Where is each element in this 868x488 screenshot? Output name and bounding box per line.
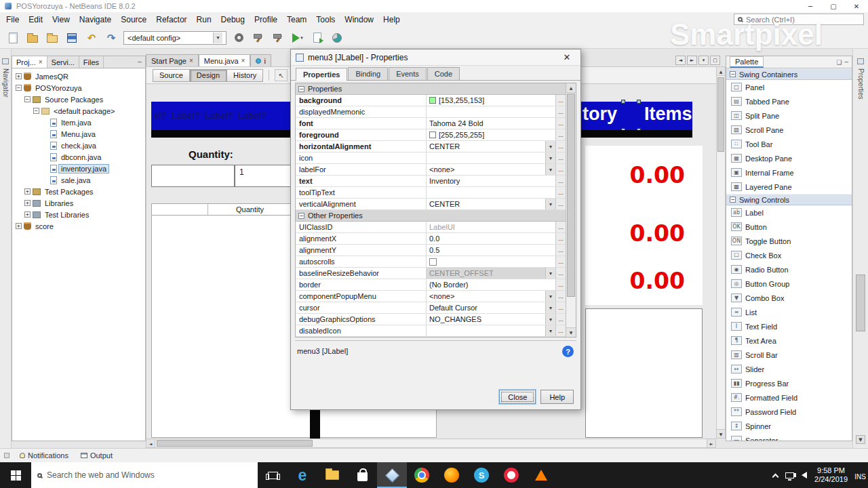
dropdown-arrow-icon[interactable]: ▾ <box>545 199 555 209</box>
scroll-down-icon[interactable]: ▼ <box>856 435 865 444</box>
palette-item-tool-bar[interactable]: ∷Tool Bar <box>726 137 852 151</box>
open-project-button[interactable] <box>45 30 60 46</box>
property-value-debuggraphicsoptions[interactable]: NO_CHANGES▾ <box>427 314 555 325</box>
build-project-button[interactable] <box>251 30 266 46</box>
palette-item-separator[interactable]: —Separator <box>726 433 852 441</box>
palette-item-label[interactable]: abLabel <box>726 205 852 220</box>
property-value-autoscrolls[interactable] <box>427 256 555 267</box>
scroll-thumb[interactable] <box>717 77 724 152</box>
tree-row-inventory-java[interactable]: inventory.java <box>12 163 145 174</box>
property-value-alignmenty[interactable]: 0.5 <box>427 245 555 256</box>
view-button-source[interactable]: Source <box>153 69 190 82</box>
menu-item-window[interactable]: Window <box>340 13 378 26</box>
palette-item-spinner[interactable]: ↕Spinner <box>726 419 852 433</box>
palette-item-button-group[interactable]: ◎Button Group <box>726 277 852 291</box>
ellipsis-button[interactable]: ... <box>555 291 566 302</box>
profile-project-button[interactable] <box>330 30 344 46</box>
dialog-tab-binding[interactable]: Binding <box>348 67 388 80</box>
tree-row-source-packages[interactable]: −Source Packages <box>12 94 145 105</box>
start-button[interactable] <box>0 462 31 488</box>
menu-item-file[interactable]: File <box>1 13 24 26</box>
scroll-down-icon[interactable]: ▼ <box>717 429 725 438</box>
palette-item-check-box[interactable]: ☐Check Box <box>726 248 852 262</box>
palette-item-text-field[interactable]: IText Field <box>726 319 852 333</box>
chrome-taskbar-button[interactable] <box>407 462 437 488</box>
property-section-other-properties[interactable]: −Other Properties <box>296 210 566 222</box>
minimize-panel-icon[interactable]: ─ <box>845 59 848 66</box>
palette-item-password-field[interactable]: **Password Field <box>726 405 852 419</box>
ide-search-box[interactable]: Search (Ctrl+I) <box>734 14 864 25</box>
tree-toggle-icon[interactable]: + <box>16 223 22 229</box>
tree-toggle-icon[interactable]: + <box>16 73 22 79</box>
close-button[interactable]: ✕ <box>845 0 868 12</box>
close-tab-icon[interactable]: × <box>241 57 245 64</box>
store-taskbar-button[interactable] <box>347 462 377 488</box>
ellipsis-button[interactable]: ... <box>555 233 566 244</box>
scroll-thumb[interactable] <box>567 94 575 297</box>
collapse-icon[interactable]: − <box>730 197 736 203</box>
selection-handle[interactable] <box>621 100 625 104</box>
design-list-panel[interactable] <box>585 308 703 438</box>
menu-item-view[interactable]: View <box>47 13 75 26</box>
opera-taskbar-button[interactable] <box>496 462 526 488</box>
save-all-button[interactable] <box>64 30 79 46</box>
item-field[interactable] <box>151 165 235 187</box>
selection-handle[interactable] <box>637 100 641 104</box>
redo-button[interactable]: ↷ <box>104 30 119 46</box>
inventory-label-fragment[interactable]: tory <box>583 104 617 125</box>
property-value-verticalalignment[interactable]: CENTER▾ <box>427 199 555 209</box>
editor-tab-start-page[interactable]: Start Page× <box>146 54 199 66</box>
undo-button[interactable]: ↶ <box>84 30 99 46</box>
menu-item-tools[interactable]: Tools <box>311 13 340 26</box>
minimize-button[interactable]: ─ <box>799 0 822 12</box>
dropdown-arrow-icon[interactable]: ▾ <box>545 141 555 152</box>
property-value-tooltiptext[interactable] <box>427 187 555 198</box>
ellipsis-button[interactable]: ... <box>555 314 566 325</box>
maximize-button[interactable]: ▢ <box>822 0 845 12</box>
scroll-right-icon[interactable]: ► <box>707 439 715 447</box>
property-value-icon[interactable]: ▾ <box>427 152 555 163</box>
dropdown-arrow-icon[interactable]: ▾ <box>545 164 555 175</box>
scroll-left-icon[interactable]: ◄ <box>675 56 686 65</box>
tree-toggle-icon[interactable]: + <box>24 200 31 206</box>
notifications-tab[interactable]: Notifications <box>14 449 75 462</box>
property-value-alignmentx[interactable]: 0.0 <box>427 233 555 244</box>
tree-row-libraries[interactable]: +Libraries <box>12 197 145 209</box>
property-value-disabledicon[interactable]: ▾ <box>427 325 555 336</box>
ellipsis-button[interactable]: ... <box>555 245 566 256</box>
scroll-down-icon[interactable]: ▼ <box>566 327 576 337</box>
ellipsis-button[interactable]: ... <box>555 141 566 152</box>
property-value-cursor[interactable]: Default Cursor▾ <box>427 302 555 313</box>
palette-scroll-thumb[interactable] <box>856 274 865 331</box>
palette-item-progress-bar[interactable]: ▮▮Progress Bar <box>726 376 852 390</box>
menu-item-navigate[interactable]: Navigate <box>75 13 116 26</box>
property-value-foreground[interactable]: [255,255,255] <box>427 129 555 140</box>
tree-toggle-icon[interactable]: + <box>24 188 31 195</box>
tree-toggle-icon[interactable]: − <box>33 108 39 114</box>
property-value-horizontalalignment[interactable]: CENTER▾ <box>427 141 555 152</box>
menu-item-team[interactable]: Team <box>282 13 311 26</box>
scroll-right-icon[interactable]: ► <box>687 56 697 65</box>
tab-services[interactable]: Servi... <box>47 56 79 68</box>
palette-item-scroll-pane[interactable]: ▧Scroll Pane <box>726 123 852 137</box>
property-value-baselineresizebehavior[interactable]: CENTER_OFFSET▾ <box>427 268 555 279</box>
dropdown-arrow-icon[interactable]: ▾ <box>545 314 555 325</box>
tree-row-score[interactable]: +score <box>12 220 145 232</box>
firefox-taskbar-button[interactable] <box>437 462 467 488</box>
new-file-button[interactable] <box>5 30 20 46</box>
property-value-displayedmnemonic[interactable] <box>427 106 555 117</box>
collapse-icon[interactable]: − <box>298 213 304 219</box>
network-icon[interactable] <box>785 472 794 479</box>
debug-project-button[interactable] <box>310 30 325 46</box>
tree-row-test-packages[interactable]: +Test Packages <box>12 186 145 197</box>
scroll-up-icon[interactable]: ▲ <box>566 83 576 93</box>
dialog-tab-events[interactable]: Events <box>389 67 427 80</box>
ellipsis-button[interactable]: ... <box>555 279 566 290</box>
tab-files[interactable]: Files <box>79 56 104 68</box>
maximize-window-icon[interactable]: ▢ <box>710 56 720 65</box>
close-tab-icon[interactable]: × <box>39 58 43 66</box>
property-value-font[interactable]: Tahoma 24 Bold <box>427 118 555 129</box>
run-dropdown-icon[interactable]: ▾ <box>300 35 303 41</box>
run-project-button[interactable]: ▾ <box>290 30 305 46</box>
scroll-thumb[interactable] <box>157 440 313 447</box>
